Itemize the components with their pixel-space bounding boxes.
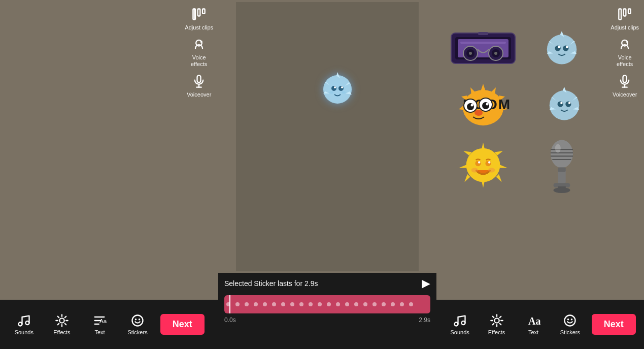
center-video-inner [236, 2, 419, 271]
next-button-left[interactable]: Next [160, 314, 205, 335]
svg-point-48 [566, 46, 568, 49]
timeline-dot [354, 302, 358, 306]
svg-point-115 [571, 319, 573, 321]
microphone-sticker[interactable] [530, 137, 604, 193]
voiceover-icon [190, 72, 208, 90]
boom-sticker[interactable]: BOOM [447, 81, 520, 127]
voiceover-icon-right [616, 72, 634, 90]
sticker-info-text: Selected Sticker lasts for 2.9s [224, 279, 318, 288]
voice-effects-tool-right[interactable]: Voiceeffects [616, 35, 634, 68]
right-tools: Adjust clips Voiceeffects V [605, 0, 644, 103]
svg-point-39 [547, 35, 577, 65]
text-tab-left[interactable]: Aa Text [84, 313, 115, 335]
svg-point-22 [331, 86, 336, 91]
adjust-clips-label: Adjust clips [185, 24, 213, 31]
timeline-dot [290, 302, 294, 306]
svg-point-15 [139, 319, 141, 321]
svg-point-25 [341, 86, 343, 88]
svg-point-99 [553, 187, 570, 193]
svg-point-63 [486, 103, 489, 106]
timeline-dot [272, 302, 276, 306]
svg-marker-50 [481, 84, 486, 91]
svg-marker-82 [459, 165, 467, 168]
timeline-times: 0.0s 2.9s [224, 316, 430, 324]
svg-point-72 [565, 101, 571, 107]
svg-point-75 [466, 148, 500, 182]
effects-tab-left[interactable]: Effects [47, 313, 77, 335]
timeline-dot [245, 302, 249, 306]
sun-laugh-sticker[interactable] [447, 137, 520, 193]
center-bottom: Selected Sticker lasts for 2.9s ▶ [218, 273, 436, 349]
timeline-dot [345, 302, 349, 306]
svg-point-113 [565, 315, 575, 326]
svg-point-109 [455, 323, 458, 326]
adjust-clips-icon [190, 5, 208, 23]
timeline-dot [327, 302, 331, 306]
svg-point-110 [462, 321, 465, 325]
sticker-in-video[interactable] [317, 68, 358, 116]
svg-rect-37 [460, 42, 506, 44]
svg-point-9 [19, 323, 22, 326]
svg-text:Aa: Aa [99, 318, 107, 324]
svg-point-14 [135, 319, 137, 321]
svg-point-89 [488, 168, 495, 173]
svg-point-45 [555, 45, 560, 51]
timeline-dot [299, 302, 303, 306]
adjust-clips-tool-right[interactable]: Adjust clips [611, 5, 639, 31]
left-video-area: Adjust clips Voiceeffects [0, 0, 218, 300]
left-toolbar: Sounds Effects Aa Text [0, 300, 218, 349]
text-tab-right[interactable]: Aa Text [518, 313, 549, 335]
ghost-sticker-1[interactable] [530, 25, 604, 71]
svg-point-47 [558, 46, 560, 49]
effects-tab-right[interactable]: Effects [482, 313, 512, 335]
svg-marker-79 [496, 174, 502, 182]
voice-effects-tool[interactable]: Voiceeffects [190, 35, 208, 68]
svg-rect-38 [478, 32, 488, 35]
svg-point-86 [478, 161, 480, 163]
stickers-tab-left[interactable]: Stickers [122, 313, 153, 335]
next-button-right[interactable]: Next [592, 314, 636, 335]
adjust-clips-icon-right [616, 5, 634, 23]
ghost-sticker-2[interactable] [530, 81, 604, 127]
sounds-tab-left[interactable]: Sounds [9, 313, 39, 335]
left-bottom: Sounds Effects Aa Text [0, 300, 218, 349]
svg-rect-102 [624, 9, 626, 16]
play-button[interactable]: ▶ [422, 277, 430, 290]
svg-point-13 [132, 315, 143, 326]
voiceover-label: Voiceover [187, 91, 211, 98]
svg-point-16 [323, 75, 352, 104]
svg-point-26 [329, 91, 333, 93]
svg-point-60 [467, 103, 474, 110]
timeline-dot [336, 302, 340, 306]
stickers-label-right: Stickers [560, 329, 580, 335]
svg-point-24 [334, 86, 336, 88]
svg-point-62 [471, 104, 473, 107]
adjust-clips-tool[interactable]: Adjust clips [185, 5, 213, 31]
voiceover-tool-right[interactable]: Voiceover [613, 72, 637, 98]
svg-rect-106 [623, 75, 627, 82]
svg-marker-81 [465, 174, 470, 182]
left-tools: Adjust clips Voiceeffects [180, 0, 218, 103]
timeline-dot [254, 302, 258, 306]
timeline-dot [400, 302, 404, 306]
voiceover-tool[interactable]: Voiceover [187, 72, 211, 98]
timeline-bar[interactable] [224, 295, 430, 313]
adjust-clips-label-right: Adjust clips [611, 24, 639, 31]
svg-point-90 [551, 140, 573, 168]
svg-point-46 [563, 45, 568, 51]
svg-marker-76 [482, 143, 485, 150]
timeline-dot [281, 302, 285, 306]
effects-label-left: Effects [53, 329, 70, 335]
svg-point-36 [494, 52, 497, 55]
svg-rect-101 [619, 9, 622, 20]
sounds-tab-right[interactable]: Sounds [445, 313, 475, 335]
timeline-dot [372, 302, 377, 306]
svg-point-5 [200, 41, 203, 43]
svg-point-87 [488, 161, 490, 163]
svg-point-71 [557, 101, 563, 107]
center-video-area [218, 0, 436, 273]
timeline-dot [235, 302, 240, 306]
stickers-tab-right[interactable]: Stickers [555, 313, 585, 335]
cassette-sticker[interactable] [447, 25, 520, 71]
sounds-label-right: Sounds [451, 329, 469, 335]
